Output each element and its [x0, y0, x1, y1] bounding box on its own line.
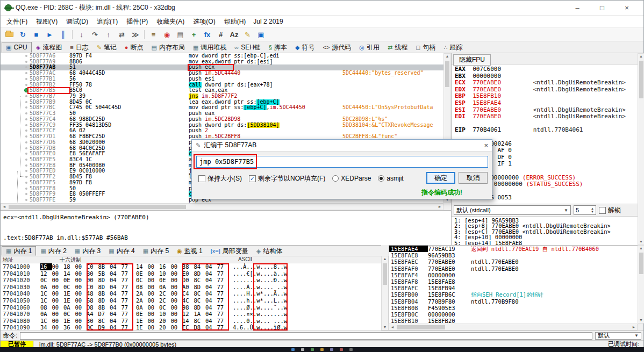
- menu-item[interactable]: 收藏夹(A): [152, 16, 189, 28]
- tab-call-stack[interactable]: ▦调用堆栈: [189, 42, 230, 53]
- tab-struct[interactable]: ◈结构体: [253, 246, 286, 256]
- screen-button[interactable]: ▣: [254, 28, 268, 40]
- stop-button[interactable]: ■: [30, 28, 43, 40]
- scroll-right-icon[interactable]: ►: [631, 324, 637, 330]
- scroll-up-icon[interactable]: ▲: [638, 246, 644, 251]
- memory-map-button[interactable]: ▤: [174, 28, 187, 40]
- disasm-row[interactable]: 5D8F77CF6A 02push 2: [1, 128, 443, 134]
- scroll-down-icon[interactable]: ▼: [638, 318, 644, 323]
- taskbar-app-icon[interactable]: [340, 348, 343, 351]
- taskbar-app-icon[interactable]: [320, 348, 324, 351]
- keep-size-checkbox[interactable]: 保持大小(S): [198, 174, 242, 183]
- menu-item[interactable]: 视图(V): [32, 16, 62, 28]
- tab-handles[interactable]: ◻句柄: [412, 42, 439, 53]
- stack-row[interactable]: 15E8FAE4770EAC19返回到 ntdll.770EAC19 自 ntd…: [389, 246, 638, 252]
- taskbar-app-icon[interactable]: [291, 348, 295, 351]
- register-row[interactable]: EIP 770B4061 ntdll.770B4061: [452, 127, 638, 134]
- disasm-row[interactable]: 5D8F77B585C0test eax,eax: [1, 88, 443, 94]
- scroll-left-icon[interactable]: ◄: [389, 324, 396, 330]
- assembly-input[interactable]: [196, 156, 488, 168]
- instruction-dot[interactable]: [25, 182, 27, 184]
- scrollbar-thumb[interactable]: [639, 61, 643, 98]
- disasm-row[interactable]: 5D8F77AB51push ecx: [1, 64, 443, 70]
- fill-nop-checkbox[interactable]: ✓剩余字节以NOP填充(F): [249, 174, 325, 183]
- disasm-row[interactable]: 5D8F77B2FF50 78call dword ptr ds:[eax+78…: [1, 82, 443, 88]
- register-row[interactable]: EBP 15E8FB10: [452, 93, 638, 100]
- tab-notes[interactable]: ✎笔记: [93, 42, 120, 53]
- disasm-row[interactable]: 5D8F77C350push eax: [1, 111, 443, 117]
- instruction-dot[interactable]: [25, 84, 27, 86]
- menu-item[interactable]: 追踪(T): [92, 16, 122, 28]
- open-file-button[interactable]: [3, 28, 16, 40]
- command-profile-select[interactable]: 默认 ▼: [595, 332, 641, 340]
- highlight-button[interactable]: Az: [227, 28, 241, 40]
- register-row[interactable]: EBX 00000000: [452, 73, 638, 80]
- scrollbar-thumb[interactable]: [445, 61, 449, 87]
- disasm-row[interactable]: 5D8F77A6897D F4mov dword ptr ss:[ebp-C],…: [1, 53, 443, 59]
- unlock-checkbox[interactable]: 解锁: [599, 206, 621, 215]
- scroll-up-icon[interactable]: ▲: [444, 54, 450, 59]
- disasm-row[interactable]: 5D8F77C468 988DC25Dpush im.5DC28D985DC28…: [1, 117, 443, 123]
- xedparse-radio[interactable]: XEDParse: [332, 175, 371, 182]
- taskbar-app-icon[interactable]: [349, 348, 353, 351]
- tab-symbols[interactable]: ◆符号: [291, 42, 318, 53]
- args-count-spinner[interactable]: 5 ▲▼: [574, 205, 596, 215]
- register-row[interactable]: EDI 770EABE0 <ntdll.DbgUiRemoteBreakin>: [452, 113, 638, 120]
- tab-seh[interactable]: ∞SEH链: [231, 42, 264, 53]
- tab-dump3[interactable]: ▦内存 3: [71, 246, 104, 256]
- dump-row[interactable]: 7704100016001800C08B04771400160038840477…: [1, 263, 381, 270]
- scrollbar-thumb[interactable]: [383, 263, 387, 285]
- register-row[interactable]: [452, 120, 638, 127]
- spinner-arrows-icon[interactable]: ▲▼: [591, 207, 594, 213]
- taskbar-app-icon[interactable]: [301, 348, 304, 351]
- fx-button[interactable]: fx: [201, 28, 214, 40]
- tab-breakpoints[interactable]: ●断点: [121, 42, 147, 53]
- dump-row[interactable]: 770410700A000C00A4D704770E001000121A0477…: [1, 311, 381, 318]
- taskbar-app-icon[interactable]: [311, 348, 314, 351]
- stack-row[interactable]: 15E8FAEC770EABE0ntdll.770EABE0: [389, 258, 638, 265]
- notes-button[interactable]: ✎: [241, 28, 254, 40]
- dump-row[interactable]: 770410501C001E00688D04772A002C004C8C0477…: [1, 297, 381, 304]
- windows-taskbar[interactable]: [0, 347, 644, 352]
- dump-row[interactable]: 770410801C001E00308C04771E002000148C0477…: [1, 318, 381, 325]
- scroll-left-icon[interactable]: ◄: [1, 204, 8, 210]
- step-into-button[interactable]: ↓: [75, 28, 88, 40]
- instruction-dot[interactable]: [25, 199, 27, 201]
- tab-threads[interactable]: ⇄线程: [384, 42, 411, 53]
- maximize-button[interactable]: □: [590, 4, 614, 12]
- register-row[interactable]: ECX 770EABE0 <ntdll.DbgUiRemoteBreakin>: [452, 80, 638, 87]
- hash-button[interactable]: #: [214, 28, 227, 40]
- tab-locals[interactable]: [x=]局部变量: [207, 246, 252, 256]
- disasm-row[interactable]: 5D8F77B98D45 0Clea eax,dword ptr ss:[ebp…: [1, 99, 443, 105]
- tab-trace[interactable]: ∴跟踪: [440, 42, 466, 53]
- scroll-down-icon[interactable]: ▼: [638, 239, 644, 245]
- instruction-dot[interactable]: [25, 78, 27, 80]
- instruction-dot[interactable]: [25, 61, 27, 63]
- memory-dump-panel[interactable]: ▦内存 1▦内存 2▦内存 3▦内存 4▦内存 5◉监视 1[x=]局部变量◈结…: [1, 245, 381, 331]
- instruction-dot[interactable]: [25, 188, 27, 190]
- menu-item[interactable]: 选项(O): [189, 16, 219, 28]
- breakpoints-button[interactable]: ◉: [160, 28, 174, 40]
- scroll-up-icon[interactable]: ▲: [382, 256, 388, 262]
- tab-script[interactable]: §脚本: [265, 42, 291, 53]
- stack-row[interactable]: 15E8FB0015E8FB6C指向SEH_Record[1]的指针: [389, 291, 638, 298]
- scrollbar-thumb[interactable]: [9, 205, 186, 209]
- scrollbar-thumb[interactable]: [397, 325, 445, 329]
- argument-row[interactable]: 3: [esp+C] 770EABE0 <ntdll.DbgUiRemoteBr…: [452, 229, 638, 234]
- tab-dump1[interactable]: ▦内存 1: [2, 246, 36, 256]
- step-out-button[interactable]: ↑: [102, 28, 115, 40]
- argument-row[interactable]: 2: [esp+8] 770EABE0 <ntdll.DbgUiRemoteBr…: [452, 223, 638, 228]
- register-row[interactable]: EAX 007C6000: [452, 66, 638, 73]
- registers-vscrollbar[interactable]: ▲ ▼: [638, 53, 644, 245]
- log-button[interactable]: ≡: [147, 28, 160, 40]
- stack-hscrollbar[interactable]: ◄ ►: [389, 324, 638, 331]
- close-button[interactable]: ×: [614, 4, 639, 12]
- register-row[interactable]: ESP 15E8FAE4: [452, 100, 638, 107]
- menu-item[interactable]: 插件(P): [122, 16, 152, 28]
- trace-button[interactable]: ≫: [128, 28, 142, 40]
- stack-row[interactable]: 15E8FAF400000000: [389, 272, 638, 278]
- tab-dump2[interactable]: ▦内存 2: [37, 246, 70, 256]
- register-row[interactable]: ESI 770EABE0 <ntdll.DbgUiRemoteBreakin>: [452, 107, 638, 114]
- patches-button[interactable]: +: [187, 28, 201, 40]
- breakpoint-dot[interactable]: [24, 88, 28, 92]
